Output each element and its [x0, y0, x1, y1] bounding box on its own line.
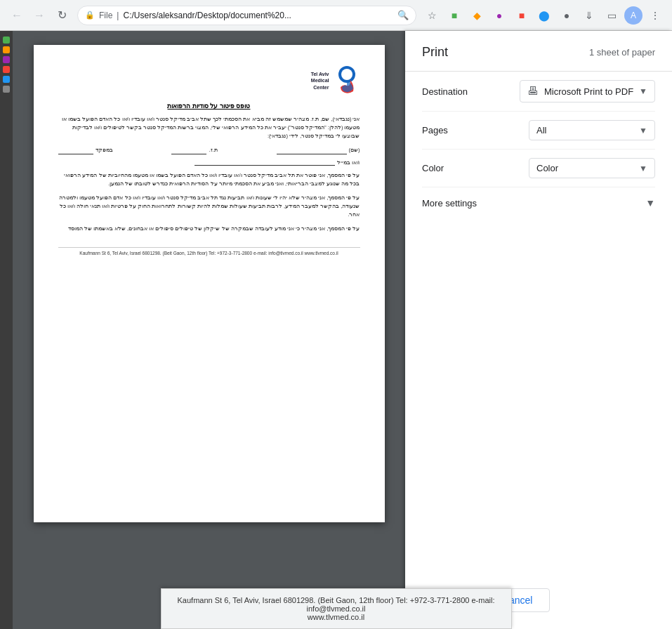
- destination-chevron-icon: ▼: [639, 86, 647, 96]
- footer-line2: info@tlvmed.co.il: [176, 604, 497, 613]
- id-field-line: [171, 147, 206, 154]
- ext-dot-3: [3, 56, 10, 63]
- email-field-line: [195, 159, 335, 166]
- doc-paragraph-1: אני (נגבדאי), שם, ת.ז. מצהיר שמשמש זה מב…: [58, 115, 360, 140]
- place-field-group: במפקד: [58, 146, 113, 154]
- destination-value: Microsoft Print to PDF: [544, 86, 633, 97]
- pages-label: Pages: [422, 125, 478, 135]
- doc-section-2: על פי המסמך, אני פוטר את תל אביב מדיקל ס…: [58, 171, 360, 188]
- sheets-info: 1 sheet of paper: [589, 47, 655, 58]
- extension1-icon[interactable]: ■: [444, 6, 464, 25]
- name-field-line: [277, 147, 347, 154]
- doc-section-4: על פי המסמך, אני מצהיר כי אני מודע לעובד…: [58, 225, 360, 233]
- doc-paragraph-2: על פי המסמך, אני פוטר את תל אביב מדיקל ס…: [58, 171, 360, 188]
- address-bar[interactable]: 🔒 File | C:/Users/aleksandr/Desktop/docu…: [77, 6, 416, 25]
- printer-icon: 🖶: [527, 85, 539, 98]
- ext-dot-1: [3, 37, 10, 44]
- destination-label: Destination: [422, 86, 478, 97]
- doc-paragraph-3: על פי המסמך, אני מצהיר שלא יהיו לי שעונו…: [58, 194, 360, 219]
- print-options: Destination 🖶 Microsoft Print to PDF ▼ P…: [405, 72, 672, 577]
- svg-point-1: [341, 69, 353, 80]
- ext-dot-5: [3, 76, 10, 83]
- color-chevron-icon: ▼: [639, 164, 647, 173]
- download-icon[interactable]: ⇓: [579, 6, 599, 25]
- extension6-icon[interactable]: ●: [557, 6, 577, 25]
- footer-line3: www.tlvmed.co.il: [176, 613, 497, 621]
- forward-button[interactable]: →: [29, 6, 49, 25]
- nav-buttons: ← → ↻: [7, 6, 72, 25]
- pages-row: Pages All ▼: [422, 112, 655, 150]
- extension3-icon[interactable]: ●: [489, 6, 509, 25]
- place-field-label: במפקד: [95, 146, 113, 154]
- ext-dot-4: [3, 66, 10, 73]
- more-settings-chevron-icon: ▼: [645, 197, 655, 208]
- print-header: Print 1 sheet of paper: [405, 31, 672, 72]
- pages-chevron-icon: ▼: [639, 126, 647, 135]
- color-row: Color Color ▼: [422, 150, 655, 187]
- extensions-bar: [0, 31, 13, 629]
- pages-value: All: [536, 125, 546, 135]
- reload-button[interactable]: ↻: [52, 6, 72, 25]
- color-label: Color: [422, 163, 478, 173]
- color-value: Color: [536, 163, 558, 173]
- doc-section-1: אני (נגבדאי), שם, ת.ז. מצהיר שמשמש זה מב…: [58, 115, 360, 140]
- url-separator: |: [117, 11, 119, 20]
- name-field-label: (שם): [349, 146, 360, 154]
- print-panel: Print 1 sheet of paper Destination 🖶 Mic…: [405, 31, 672, 629]
- doc-paragraph-4: על פי המסמך, אני מצהיר כי אני מודע לעובד…: [58, 225, 360, 233]
- back-button[interactable]: ←: [7, 6, 27, 25]
- doc-section-3: על פי המסמך, אני מצהיר שלא יהיו לי שעונו…: [58, 194, 360, 219]
- profile-avatar[interactable]: A: [624, 6, 643, 25]
- extension2-icon[interactable]: ◆: [467, 6, 487, 25]
- destination-row: Destination 🖶 Microsoft Print to PDF ▼: [422, 72, 655, 112]
- id-field-group: ת.ז.: [171, 146, 217, 154]
- toolbar-icons: ☆ ■ ◆ ● ■ ⬤ ● ⇓ ▭ A ⋮: [422, 6, 665, 25]
- logo-image: [334, 66, 360, 95]
- search-icon: 🔍: [397, 10, 409, 20]
- logo-text: Tel Aviv Medical Center: [311, 71, 329, 90]
- more-settings-row[interactable]: More settings ▼: [422, 187, 655, 218]
- print-title: Print: [422, 45, 448, 60]
- email-field-label: ו/או במייל: [337, 159, 360, 167]
- pages-control: All ▼: [478, 120, 655, 140]
- extension4-icon[interactable]: ■: [512, 6, 532, 25]
- browser-toolbar: ← → ↻ 🔒 File | C:/Users/aleksandr/Deskto…: [0, 0, 672, 31]
- destination-select[interactable]: 🖶 Microsoft Print to PDF ▼: [520, 80, 655, 102]
- name-field-group: (שם): [277, 146, 360, 154]
- email-field-group: ו/או במייל: [58, 159, 360, 167]
- ext-dot-6: [3, 86, 10, 93]
- pages-select[interactable]: All ▼: [529, 120, 655, 140]
- document-content: אני (נגבדאי), שם, ת.ז. מצהיר שמשמש זה מב…: [58, 115, 360, 233]
- document-page: Tel Aviv Medical Center טופס פיטור על סו…: [34, 45, 385, 522]
- document-title: טופס פיטור על סודיות הרפואות: [58, 102, 360, 110]
- main-area: Tel Aviv Medical Center טופס פיטור על סו…: [0, 31, 672, 629]
- url-text: C:/Users/aleksandr/Desktop/document%20..…: [123, 11, 393, 20]
- place-field-line: [58, 147, 93, 154]
- bookmark-icon[interactable]: ☆: [422, 6, 442, 25]
- color-control: Color ▼: [478, 158, 655, 178]
- more-settings-label: More settings: [422, 198, 477, 208]
- menu-icon[interactable]: ⋮: [645, 6, 665, 25]
- ext-dot-2: [3, 46, 10, 53]
- lock-icon: 🔒: [85, 11, 95, 20]
- window-icon[interactable]: ▭: [602, 6, 621, 25]
- extension5-icon[interactable]: ⬤: [534, 6, 554, 25]
- color-select[interactable]: Color ▼: [529, 158, 655, 178]
- document-logo: Tel Aviv Medical Center: [58, 66, 360, 95]
- footer-line1: Kaufmann St 6, Tel Aviv, Israel 6801298.…: [176, 596, 497, 604]
- document-footer: Kaufmann St 6, Tel Aviv, Israel 6801298.…: [58, 247, 360, 256]
- document-preview-area: Tel Aviv Medical Center טופס פיטור על סו…: [13, 31, 405, 629]
- file-label: File: [99, 11, 112, 20]
- destination-control: 🖶 Microsoft Print to PDF ▼: [478, 80, 655, 102]
- footer-tooltip: Kaufmann St 6, Tel Aviv, Israel 6801298.…: [161, 588, 512, 629]
- id-field-label: ת.ז.: [209, 146, 217, 154]
